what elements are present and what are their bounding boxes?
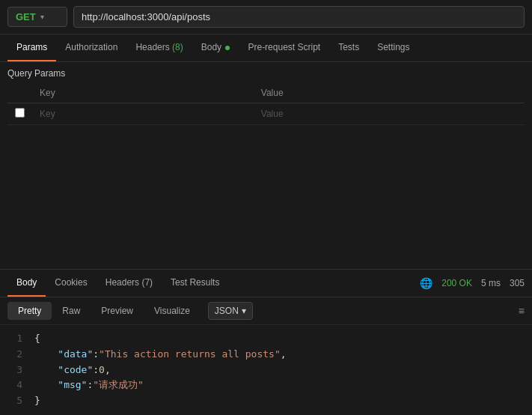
response-section: Body Cookies Headers (7) Test Results 🌐 … xyxy=(0,269,532,415)
query-params-section: Query Params Key Value Key Valu xyxy=(0,62,532,128)
json-line-5: 5 } xyxy=(7,393,525,409)
response-tab-test-results[interactable]: Test Results xyxy=(162,270,228,297)
view-tabs-row: Pretty Raw Preview Visualize JSON ▾ ≡ xyxy=(0,297,532,325)
method-selector[interactable]: GET ▾ xyxy=(7,7,67,27)
json-colon: : xyxy=(87,378,93,393)
key-column-header: Key xyxy=(32,83,254,103)
json-value-msg: "请求成功" xyxy=(93,378,144,393)
format-selector[interactable]: JSON ▾ xyxy=(208,302,253,320)
query-params-title: Query Params xyxy=(7,68,525,79)
format-chevron-icon: ▾ xyxy=(242,306,246,316)
body-dot xyxy=(225,46,230,50)
chevron-down-icon: ▾ xyxy=(40,13,44,21)
line-number: 4 xyxy=(7,378,22,393)
json-line-2: 2 "data" : "This action returns all post… xyxy=(7,347,525,363)
response-size: 305 xyxy=(510,278,525,288)
response-tabs-row: Body Cookies Headers (7) Test Results 🌐 … xyxy=(0,270,532,297)
format-label: JSON xyxy=(215,306,239,316)
view-tab-raw[interactable]: Raw xyxy=(52,302,91,320)
json-key-msg: "msg" xyxy=(58,378,87,393)
response-meta: 🌐 200 OK 5 ms 305 xyxy=(420,277,525,289)
json-colon: : xyxy=(93,347,99,363)
status-badge: 200 OK xyxy=(441,278,472,288)
view-tab-pretty[interactable]: Pretty xyxy=(7,302,52,320)
response-time: 5 ms xyxy=(481,278,501,288)
json-value-data: "This action returns all posts" xyxy=(99,347,281,363)
json-brace-open: { xyxy=(34,331,40,347)
line-number: 5 xyxy=(7,393,22,409)
json-key-data: "data" xyxy=(58,347,93,363)
response-tabs: Body Cookies Headers (7) Test Results xyxy=(7,270,228,297)
json-key-code: "code" xyxy=(58,363,93,378)
response-tab-cookies[interactable]: Cookies xyxy=(46,270,96,297)
row-checkbox-cell xyxy=(7,103,32,125)
value-cell[interactable]: Value xyxy=(254,103,525,125)
tab-headers[interactable]: Headers (8) xyxy=(126,34,192,61)
filter-icon[interactable]: ≡ xyxy=(519,305,525,317)
view-tab-preview[interactable]: Preview xyxy=(91,302,144,320)
main-layout: GET ▾ Params Authorization Headers (8) B… xyxy=(0,0,532,415)
line-number: 2 xyxy=(7,347,22,363)
response-tab-body[interactable]: Body xyxy=(7,270,46,297)
line-number: 1 xyxy=(7,331,22,347)
key-cell[interactable]: Key xyxy=(32,103,254,125)
json-brace-close: } xyxy=(34,393,40,409)
checkbox-col-header xyxy=(7,83,32,103)
line-number: 3 xyxy=(7,363,22,378)
url-input[interactable] xyxy=(73,6,525,28)
json-value-code: 0 xyxy=(99,363,105,378)
request-tabs: Params Authorization Headers (8) Body Pr… xyxy=(0,34,532,62)
json-colon: : xyxy=(93,363,99,378)
tab-settings[interactable]: Settings xyxy=(368,34,418,61)
url-bar: GET ▾ xyxy=(0,0,532,34)
tab-prerequest[interactable]: Pre-request Script xyxy=(239,34,329,61)
json-line-4: 4 "msg" : "请求成功" xyxy=(7,378,525,393)
tab-tests[interactable]: Tests xyxy=(329,34,368,61)
row-checkbox[interactable] xyxy=(15,108,25,118)
tab-authorization[interactable]: Authorization xyxy=(56,34,126,61)
view-tab-visualize[interactable]: Visualize xyxy=(144,302,201,320)
value-column-header: Value xyxy=(254,83,525,103)
table-row: Key Value xyxy=(7,103,525,125)
tab-params[interactable]: Params xyxy=(7,34,56,61)
json-body: 1 { 2 "data" : "This action returns all … xyxy=(0,325,532,415)
globe-icon: 🌐 xyxy=(420,277,432,289)
json-line-3: 3 "code" : 0 , xyxy=(7,363,525,378)
headers-badge: (8) xyxy=(172,42,183,52)
response-tab-headers[interactable]: Headers (7) xyxy=(97,270,162,297)
tab-body[interactable]: Body xyxy=(192,34,239,61)
divider-space xyxy=(0,128,532,269)
json-line-1: 1 { xyxy=(7,331,525,347)
params-table: Key Value Key Value xyxy=(7,83,525,125)
request-area: Params Authorization Headers (8) Body Pr… xyxy=(0,34,532,128)
method-label: GET xyxy=(16,11,36,22)
